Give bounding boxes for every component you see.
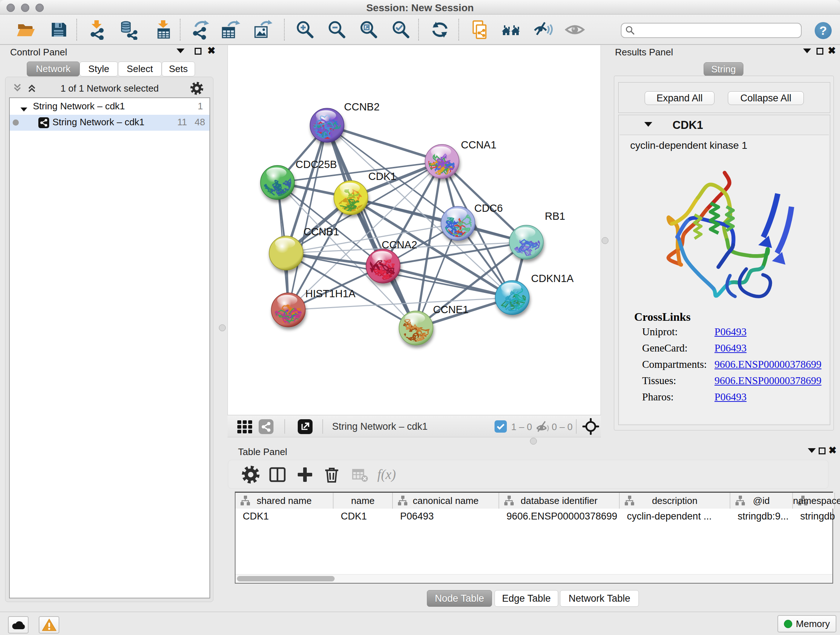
first-neighbors-icon[interactable] bbox=[501, 19, 522, 40]
network-share-view-icon[interactable] bbox=[259, 419, 273, 435]
close-panel-icon[interactable]: ✖ bbox=[829, 447, 838, 455]
zoom-in-icon[interactable] bbox=[294, 19, 316, 40]
table-cell[interactable]: 9606.ENSP00000378699 bbox=[499, 509, 620, 524]
tab-node-table[interactable]: Node Table bbox=[427, 590, 492, 607]
table-cell[interactable]: CDK1 bbox=[333, 509, 393, 524]
search-field[interactable] bbox=[621, 23, 802, 38]
node-table[interactable]: shared namenamecanonical namedatabase id… bbox=[235, 492, 833, 584]
tab-string[interactable]: String bbox=[704, 62, 744, 76]
right-splitter-handle[interactable] bbox=[602, 237, 608, 244]
delete-column-icon[interactable] bbox=[322, 465, 341, 484]
table-cell[interactable]: CDK1 bbox=[235, 509, 333, 524]
maximize-panel-icon[interactable] bbox=[819, 448, 828, 456]
apply-layout-icon[interactable] bbox=[429, 19, 450, 40]
close-panel-icon[interactable]: ✖ bbox=[828, 47, 837, 56]
grid-view-icon[interactable] bbox=[237, 419, 253, 436]
network-selected-status: 1 of 1 Network selected bbox=[9, 83, 210, 94]
crosslink-link[interactable]: P06493 bbox=[714, 342, 747, 354]
import-table-icon[interactable] bbox=[153, 19, 174, 40]
export-table-icon[interactable] bbox=[220, 19, 241, 40]
maximize-panel-icon[interactable] bbox=[195, 48, 204, 57]
zoom-selected-icon[interactable] bbox=[390, 19, 411, 40]
network-node-CDK1[interactable] bbox=[334, 181, 368, 215]
network-node-CCNA1[interactable] bbox=[425, 144, 459, 179]
table-cell[interactable]: P06493 bbox=[393, 509, 499, 524]
tab-network[interactable]: Network bbox=[27, 62, 80, 76]
network-collection-row[interactable]: String Network – cdk1 1 bbox=[10, 99, 210, 115]
node-label-CCNB1: CCNB1 bbox=[303, 226, 339, 238]
delete-table-icon[interactable] bbox=[351, 465, 369, 484]
warning-icon bbox=[42, 619, 57, 631]
tab-select[interactable]: Select bbox=[118, 62, 162, 76]
import-network-icon[interactable] bbox=[87, 19, 107, 40]
network-row[interactable]: String Network – cdk1 11 48 bbox=[10, 115, 210, 131]
network-edge-CCNB2-CCNA1[interactable] bbox=[327, 125, 442, 162]
table-options-gear-icon[interactable] bbox=[241, 465, 260, 484]
crosslink-link[interactable]: P06493 bbox=[714, 391, 747, 403]
zoom-out-icon[interactable] bbox=[326, 19, 347, 40]
search-input[interactable] bbox=[638, 25, 797, 36]
column-header-namespace[interactable]: namespace bbox=[793, 493, 835, 509]
float-panel-icon[interactable] bbox=[177, 48, 186, 57]
save-session-icon[interactable] bbox=[48, 19, 69, 40]
network-node-CDC6[interactable] bbox=[441, 206, 475, 241]
gene-section-header[interactable]: CDK1 bbox=[619, 115, 830, 135]
table-horizontal-scrollbar[interactable] bbox=[235, 574, 832, 583]
warnings-button[interactable] bbox=[39, 616, 59, 633]
network-node-CCNB2[interactable] bbox=[310, 108, 344, 142]
show-all-icon[interactable] bbox=[564, 19, 585, 40]
export-network-icon[interactable] bbox=[190, 19, 211, 40]
tab-edge-table[interactable]: Edge Table bbox=[494, 590, 558, 607]
tab-network-table[interactable]: Network Table bbox=[560, 590, 639, 607]
gene-name: CDK1 bbox=[673, 119, 703, 132]
scrollbar-thumb[interactable] bbox=[237, 576, 335, 581]
collapse-all-button[interactable]: Collapse All bbox=[728, 91, 804, 105]
tab-style[interactable]: Style bbox=[80, 62, 118, 76]
collection-expand-icon[interactable] bbox=[20, 103, 28, 114]
column-header-name[interactable]: name bbox=[333, 493, 393, 509]
help-button[interactable]: ? bbox=[815, 22, 832, 39]
network-node-CDC25B[interactable] bbox=[261, 165, 294, 200]
float-panel-icon[interactable] bbox=[808, 448, 817, 456]
memory-button[interactable]: Memory bbox=[777, 615, 836, 632]
column-header-shared-name[interactable]: shared name bbox=[235, 493, 333, 509]
tab-sets[interactable]: Sets bbox=[162, 62, 195, 76]
column-header-database-identifier[interactable]: database identifier bbox=[499, 493, 620, 509]
float-panel-icon[interactable] bbox=[803, 48, 813, 57]
crosslink-link[interactable]: 9606.ENSP00000378699 bbox=[714, 358, 821, 371]
network-node-CCNA2[interactable] bbox=[366, 249, 400, 283]
crosslink-link[interactable]: 9606.ENSP00000378699 bbox=[714, 375, 821, 386]
left-splitter-handle[interactable] bbox=[219, 325, 226, 331]
section-collapse-icon[interactable] bbox=[644, 122, 652, 128]
table-cell[interactable]: cyclin-dependent ... bbox=[620, 509, 730, 524]
column-label: shared name bbox=[235, 495, 333, 507]
column-header-description[interactable]: description bbox=[620, 493, 730, 509]
column-header-canonical-name[interactable]: canonical name bbox=[393, 493, 499, 509]
export-image-icon[interactable] bbox=[252, 19, 273, 40]
create-column-icon[interactable] bbox=[295, 465, 314, 484]
close-panel-icon[interactable]: ✖ bbox=[207, 47, 217, 56]
network-node-CCNE1[interactable] bbox=[399, 311, 433, 345]
maximize-panel-icon[interactable] bbox=[816, 48, 826, 57]
open-session-icon[interactable] bbox=[15, 19, 36, 40]
import-network-from-database-icon[interactable] bbox=[118, 19, 139, 40]
table-cell[interactable]: stringdb bbox=[793, 509, 835, 524]
copy-style-icon[interactable] bbox=[469, 19, 490, 40]
birds-eye-view-icon[interactable] bbox=[583, 418, 599, 436]
network-node-HIST1H1A[interactable] bbox=[271, 293, 305, 327]
crosslink-link[interactable]: P06493 bbox=[714, 326, 747, 338]
zoom-fit-icon[interactable] bbox=[358, 19, 379, 40]
network-canvas[interactable]: CCNB2CCNA1CDC25BCDK1CDC6RB1CCNB1CCNA2CDK… bbox=[227, 45, 601, 415]
table-cell[interactable]: stringdb:9... bbox=[730, 509, 793, 524]
cloud-button[interactable] bbox=[8, 616, 28, 633]
open-in-new-window-icon[interactable] bbox=[298, 419, 313, 435]
show-columns-icon[interactable] bbox=[268, 465, 287, 484]
network-node-CCNB1[interactable] bbox=[269, 236, 303, 270]
expand-all-button[interactable]: Expand All bbox=[645, 91, 714, 105]
hide-selected-icon[interactable] bbox=[533, 19, 554, 40]
network-node-RB1[interactable] bbox=[509, 225, 543, 259]
column-header--id[interactable]: @id bbox=[730, 493, 793, 509]
function-builder-icon[interactable]: f(x) bbox=[377, 467, 410, 486]
network-node-CDKN1A[interactable] bbox=[495, 280, 529, 315]
network-options-gear-icon[interactable] bbox=[190, 81, 204, 97]
